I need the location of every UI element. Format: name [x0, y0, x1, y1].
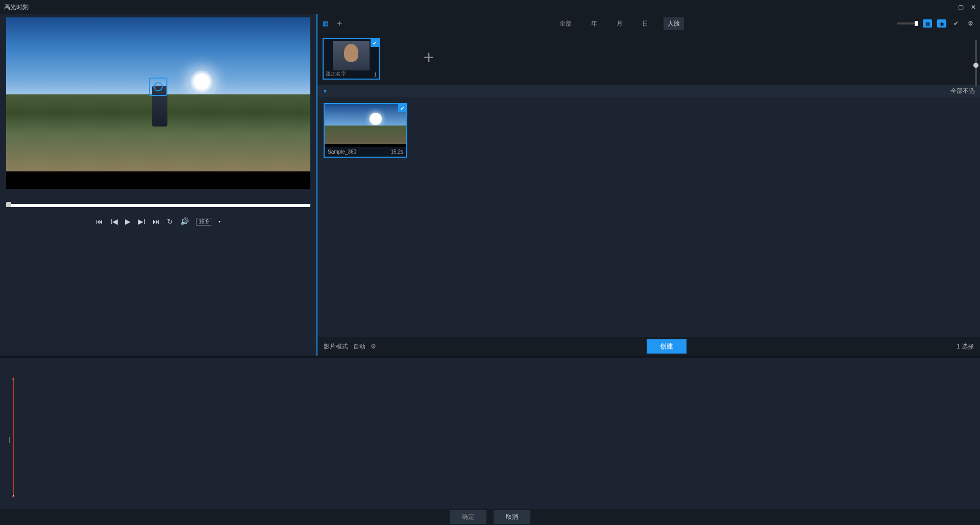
- main-area: ⏮ Ⅰ◀ ▶ ▶Ⅰ ⏭ ↻ 🔊 16:9 ▾ ▦ + 全部 年 月 日 人脸: [0, 14, 980, 356]
- faces-row: ✔ 添加名字 1 +: [317, 33, 980, 85]
- mode-label: 影片模式: [324, 342, 348, 351]
- scrubber[interactable]: [6, 204, 310, 207]
- face-count: 1: [374, 72, 377, 78]
- ok-button[interactable]: 确定: [450, 510, 486, 524]
- prev-frame-icon[interactable]: Ⅰ◀: [110, 217, 118, 226]
- volume-icon[interactable]: 🔊: [180, 217, 189, 226]
- player-controls: ⏮ Ⅰ◀ ▶ ▶Ⅰ ⏭ ↻ 🔊 16:9 ▾: [0, 217, 316, 232]
- loop-icon[interactable]: ↻: [167, 217, 173, 226]
- tab-face[interactable]: 人脸: [664, 17, 684, 30]
- play-icon[interactable]: ▶: [125, 217, 131, 226]
- vertical-zoom-slider[interactable]: [975, 40, 977, 86]
- library-box-icon[interactable]: ▦: [323, 20, 328, 27]
- clip-selected-check-icon[interactable]: ✔: [398, 104, 406, 112]
- cancel-button[interactable]: 取消: [494, 510, 530, 524]
- timeline-marker-bottom[interactable]: ⌃: [11, 494, 15, 498]
- face-selected-check-icon[interactable]: ✔: [371, 39, 379, 47]
- thumbnail-size-slider[interactable]: [897, 22, 918, 24]
- face-thumbnail: [333, 41, 370, 70]
- maximize-icon[interactable]: ▢: [958, 4, 964, 11]
- face-name-label[interactable]: 添加名字: [326, 70, 346, 78]
- clip-thumbnail: [325, 104, 406, 147]
- timeline-playhead[interactable]: [13, 377, 14, 497]
- tab-day[interactable]: 日: [638, 17, 652, 30]
- selected-count: 1 选择: [957, 342, 974, 351]
- settings-icon[interactable]: ⚙: [966, 19, 975, 28]
- clips-area: ✔ Sample_360 15.2s: [317, 97, 980, 337]
- tab-month[interactable]: 月: [612, 17, 627, 30]
- next-frame-icon[interactable]: ▶Ⅰ: [138, 217, 145, 226]
- video-preview[interactable]: [6, 17, 310, 189]
- window-controls: ▢ ✕: [958, 4, 976, 11]
- clip-duration: 15.2s: [391, 149, 403, 155]
- filter-tabs: 全部 年 月 日 人脸: [555, 17, 684, 30]
- tab-year[interactable]: 年: [587, 17, 601, 30]
- view-grid-icon[interactable]: ▦: [923, 19, 932, 28]
- tab-all[interactable]: 全部: [555, 17, 576, 30]
- scrubber-head[interactable]: [6, 202, 11, 207]
- skip-end-icon[interactable]: ⏭: [153, 217, 160, 226]
- add-face-button[interactable]: +: [400, 38, 457, 80]
- library-footer: 影片模式 自动 ⚙ 创建 1 选择: [317, 337, 980, 356]
- collapse-chevron-icon[interactable]: ▼: [323, 88, 328, 94]
- title-bar: 高光时刻 ▢ ✕: [0, 0, 980, 14]
- skip-start-icon[interactable]: ⏮: [96, 217, 103, 226]
- view-face-icon[interactable]: ◉: [937, 19, 946, 28]
- mode-value[interactable]: 自动: [353, 342, 365, 351]
- close-icon[interactable]: ✕: [971, 4, 976, 11]
- aspect-ratio-dropdown-icon[interactable]: ▾: [218, 219, 220, 224]
- face-detection-box[interactable]: [149, 78, 167, 96]
- deselect-all-button[interactable]: 全部不选: [950, 87, 975, 95]
- selection-header: ▼ 全部不选: [317, 85, 980, 97]
- clip-name: Sample_360: [328, 149, 356, 155]
- aspect-ratio-button[interactable]: 16:9: [196, 218, 211, 226]
- add-media-icon[interactable]: +: [336, 18, 342, 30]
- preview-panel: ⏮ Ⅰ◀ ▶ ▶Ⅰ ⏭ ↻ 🔊 16:9 ▾: [0, 14, 316, 356]
- face-card[interactable]: ✔ 添加名字 1: [323, 38, 380, 80]
- timeline-panel[interactable]: ⌄ ⌃: [0, 356, 980, 509]
- library-toolbar: ▦ + 全部 年 月 日 人脸 ▦ ◉ ✔ ⚙: [317, 14, 980, 33]
- library-panel: ▦ + 全部 年 月 日 人脸 ▦ ◉ ✔ ⚙: [316, 14, 980, 356]
- timeline-tick: [9, 437, 10, 443]
- clip-card[interactable]: ✔ Sample_360 15.2s: [324, 103, 407, 158]
- create-button[interactable]: 创建: [647, 339, 687, 354]
- check-icon[interactable]: ✔: [951, 19, 961, 28]
- dialog-footer: 确定 取消: [0, 509, 980, 525]
- mode-settings-icon[interactable]: ⚙: [371, 343, 376, 350]
- window-title: 高光时刻: [4, 3, 29, 12]
